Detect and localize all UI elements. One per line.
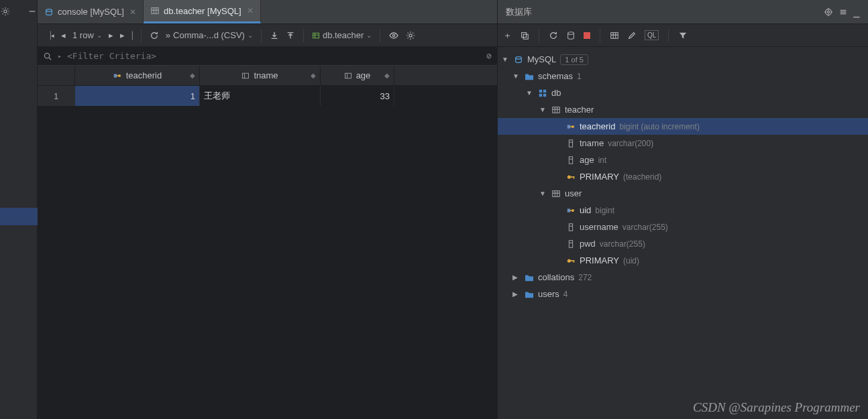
gutter-selection-marker	[0, 208, 38, 225]
query-console-button[interactable]: QL	[645, 30, 659, 40]
key-icon	[566, 256, 576, 265]
cell-teacherid[interactable]: 1	[75, 86, 200, 106]
svg-rect-22	[567, 125, 570, 128]
datasource-icon	[514, 55, 523, 64]
schema-label: db.teacher	[323, 30, 364, 40]
left-tool-gutter	[0, 0, 38, 419]
svg-rect-34	[569, 223, 572, 231]
chevron-down-icon: ▼	[539, 190, 547, 197]
datasource-properties-button[interactable]	[566, 31, 576, 40]
column-header-teacherid[interactable]: teacherid ◆	[75, 66, 200, 85]
svg-rect-35	[569, 240, 572, 247]
node-label: teacher	[565, 105, 594, 115]
node-label: db	[551, 88, 561, 98]
stop-button[interactable]	[584, 32, 590, 39]
gear-icon[interactable]	[0, 3, 14, 22]
filter-row[interactable]: ▸ <Filter Criteria> ⊘	[38, 47, 497, 66]
cell-tname[interactable]: 王老师	[200, 86, 321, 106]
column-header-age[interactable]: age ◆	[321, 66, 394, 85]
filter-button[interactable]	[678, 31, 688, 40]
svg-rect-16	[611, 32, 618, 38]
column-type: varchar(200)	[608, 139, 653, 148]
svg-point-15	[568, 32, 574, 34]
view-mode-button[interactable]	[388, 31, 399, 40]
duplicate-button[interactable]	[520, 31, 529, 40]
tree-node-column-tname[interactable]: tname varchar(200)	[498, 135, 868, 152]
table-row[interactable]: 1 1 王老师 33	[38, 86, 497, 106]
database-toolbar: ＋ QL	[498, 24, 868, 47]
tree-node-pk-teacher[interactable]: PRIMARY (teacherid)	[498, 168, 868, 185]
tree-node-column-age[interactable]: age int	[498, 152, 868, 168]
first-page-button[interactable]: ⎹◂	[43, 30, 54, 41]
svg-point-11	[826, 9, 832, 15]
hide-pane-icon[interactable]: ⎯	[853, 6, 860, 18]
column-name: uid	[580, 205, 591, 215]
refresh-button[interactable]	[549, 31, 558, 40]
table-view-button[interactable]	[610, 31, 619, 40]
last-page-button[interactable]: ▸⎹	[120, 30, 133, 41]
tree-node-mysql[interactable]: ▼ MySQL 1 of 5	[498, 51, 868, 68]
database-tree: ▼ MySQL 1 of 5 ▼ schemas 1 ▼ db ▼	[498, 47, 868, 419]
tab-label: db.teacher [MySQL]	[164, 6, 241, 16]
next-page-button[interactable]: ▸	[109, 30, 113, 40]
stop-icon	[584, 32, 590, 39]
svg-rect-18	[543, 89, 546, 92]
settings-button[interactable]	[406, 31, 415, 40]
tab-teacher[interactable]: db.teacher [MySQL] ✕	[144, 0, 261, 23]
schema-dropdown[interactable]: db.teacher ⌄	[312, 30, 372, 40]
pk-label: PRIMARY	[580, 172, 619, 182]
node-count: 272	[578, 273, 592, 282]
collapse-icon[interactable]	[838, 7, 848, 17]
chevron-down-icon: ▼	[502, 56, 510, 63]
grid-header: teacherid ◆ tname ◆ age ◆	[38, 66, 497, 86]
svg-rect-24	[570, 126, 572, 127]
export-label: Comma-...d (CSV)	[173, 30, 245, 40]
svg-rect-29	[574, 176, 575, 179]
tree-node-schemas[interactable]: ▼ schemas 1	[498, 68, 868, 84]
row-count-dropdown[interactable]: 1 row ⌄	[72, 30, 102, 40]
sort-icon: ◆	[384, 72, 390, 79]
chevron-down-icon: ▼	[526, 89, 534, 97]
column-icon	[566, 156, 576, 165]
target-icon[interactable]	[824, 7, 833, 17]
row-number-header[interactable]	[38, 66, 75, 85]
tree-node-teacher[interactable]: ▼ teacher	[498, 101, 868, 118]
tree-node-pk-user[interactable]: PRIMARY (uid)	[498, 252, 868, 269]
column-header-tname[interactable]: tname ◆	[200, 66, 321, 85]
close-icon[interactable]: ✕	[246, 6, 254, 15]
download-button[interactable]	[270, 31, 279, 40]
column-type: bigint (auto increment)	[619, 122, 699, 131]
svg-rect-6	[114, 74, 117, 77]
cell-age[interactable]: 33	[321, 86, 394, 106]
column-icon	[566, 223, 576, 232]
svg-rect-19	[539, 93, 542, 96]
tree-node-users[interactable]: ▶ users 4	[498, 286, 868, 302]
svg-rect-26	[569, 156, 572, 164]
node-count: 4	[563, 290, 568, 299]
tab-bar: console [MySQL] ✕ db.teacher [MySQL] ✕	[38, 0, 497, 24]
tree-node-collations[interactable]: ▶ collations 272	[498, 269, 868, 286]
add-datasource-button[interactable]: ＋	[503, 29, 512, 42]
tree-node-column-uid[interactable]: uid bigint	[498, 202, 868, 219]
tree-node-column-username[interactable]: username varchar(255)	[498, 219, 868, 235]
svg-point-5	[44, 53, 49, 58]
main-pane: console [MySQL] ✕ db.teacher [MySQL] ✕ ⎹…	[38, 0, 498, 419]
table-icon	[312, 32, 320, 40]
tree-node-column-teacherid[interactable]: teacherid bigint (auto increment)	[498, 118, 868, 135]
row-count-label: 1 row	[72, 30, 94, 40]
tab-console[interactable]: console [MySQL] ✕	[38, 0, 144, 23]
reload-button[interactable]	[150, 31, 159, 40]
prev-page-button[interactable]: ◂	[61, 30, 66, 40]
export-format-dropdown[interactable]: » Comma-...d (CSV) ⌄	[166, 30, 253, 40]
column-name: age	[580, 155, 594, 165]
chevron-down-icon: ⌄	[248, 32, 253, 39]
sort-icon: ◆	[311, 72, 316, 79]
tree-node-user[interactable]: ▼ user	[498, 185, 868, 202]
tree-node-db[interactable]: ▼ db	[498, 84, 868, 101]
upload-button[interactable]	[286, 31, 295, 40]
tree-node-column-pwd[interactable]: pwd varchar(255)	[498, 235, 868, 252]
edit-button[interactable]	[627, 31, 637, 40]
close-icon[interactable]: ✕	[128, 7, 136, 17]
column-name: teacherid	[126, 70, 162, 80]
cancel-filter-icon[interactable]: ⊘	[486, 51, 492, 61]
